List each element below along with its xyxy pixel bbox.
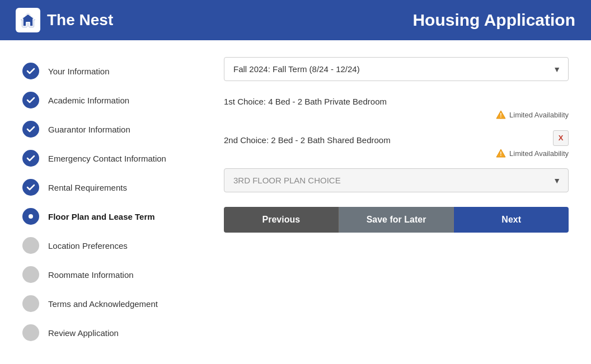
sidebar-label-emergency-contact: Emergency Contact Information	[48, 154, 166, 163]
sidebar-item-roommate-information[interactable]: Roommate Information	[22, 266, 201, 283]
second-choice-remove-button[interactable]: X	[553, 130, 569, 146]
sidebar-label-terms-acknowledgement: Terms and Acknowledgement	[48, 299, 158, 309]
first-choice-inner: 1st Choice: 4 Bed - 2 Bath Private Bedro…	[224, 91, 569, 107]
step-icon-guarantor-information	[22, 121, 39, 138]
sidebar-label-guarantor-information: Guarantor Information	[48, 125, 130, 134]
sidebar-item-academic-information[interactable]: Academic Information	[22, 92, 201, 108]
step-icon-location-preferences	[22, 237, 39, 254]
first-choice-availability: ! Limited Availability	[224, 110, 569, 120]
sidebar-label-academic-information: Academic Information	[48, 96, 129, 105]
second-choice-availability-text: Limited Availability	[509, 149, 569, 158]
third-choice-dropdown[interactable]: 3RD FLOOR PLAN CHOICE	[224, 168, 569, 192]
sidebar-item-rental-requirements[interactable]: Rental Requirements	[22, 179, 201, 196]
second-choice-inner: 2nd Choice: 2 Bed - 2 Bath Shared Bedroo…	[224, 130, 569, 146]
first-choice-label: 1st Choice: 4 Bed - 2 Bath Private Bedro…	[224, 91, 387, 107]
step-icon-floor-plan	[22, 208, 39, 225]
sidebar-label-roommate-information: Roommate Information	[48, 270, 134, 280]
svg-text:!: !	[500, 151, 501, 157]
site-title: The Nest	[47, 11, 113, 29]
svg-point-5	[29, 214, 33, 219]
term-dropdown-wrapper: Fall 2024: Fall Term (8/24 - 12/24) ▼	[224, 57, 569, 81]
sidebar-item-guarantor-information[interactable]: Guarantor Information	[22, 121, 201, 138]
step-icon-academic-information	[22, 92, 39, 108]
svg-text:!: !	[500, 112, 501, 119]
content-area: Fall 2024: Fall Term (8/24 - 12/24) ▼ 1s…	[201, 57, 569, 353]
sidebar-item-your-information[interactable]: Your Information	[22, 63, 201, 79]
first-choice-warning-icon: !	[496, 110, 506, 120]
sidebar-label-floor-plan: Floor Plan and Lease Term	[48, 212, 155, 221]
sidebar-item-location-preferences[interactable]: Location Preferences	[22, 237, 201, 254]
step-icon-terms-acknowledgement	[22, 295, 39, 312]
term-dropdown[interactable]: Fall 2024: Fall Term (8/24 - 12/24)	[224, 57, 569, 81]
sidebar: Your Information Academic Information Gu…	[22, 57, 201, 353]
save-for-later-button[interactable]: Save for Later	[339, 207, 454, 233]
sidebar-item-emergency-contact[interactable]: Emergency Contact Information	[22, 150, 201, 167]
step-icon-your-information	[22, 63, 39, 79]
button-row: Previous Save for Later Next	[224, 207, 569, 233]
sidebar-label-your-information: Your Information	[48, 67, 110, 76]
main-content: Your Information Academic Information Gu…	[0, 40, 591, 364]
step-icon-roommate-information	[22, 266, 39, 283]
sidebar-label-location-preferences: Location Preferences	[48, 241, 128, 250]
header: The Nest Housing Application	[0, 0, 591, 40]
step-icon-review-application	[22, 324, 39, 341]
logo-icon	[16, 8, 40, 32]
second-choice-availability: ! Limited Availability	[224, 148, 569, 158]
third-choice-dropdown-wrapper: 3RD FLOOR PLAN CHOICE ▼	[224, 168, 569, 192]
sidebar-item-terms-acknowledgement[interactable]: Terms and Acknowledgement	[22, 295, 201, 312]
app-title: Housing Application	[412, 11, 575, 30]
first-choice-row: 1st Choice: 4 Bed - 2 Bath Private Bedro…	[224, 91, 569, 120]
step-icon-rental-requirements	[22, 179, 39, 196]
sidebar-item-floor-plan[interactable]: Floor Plan and Lease Term	[22, 208, 201, 225]
step-icon-emergency-contact	[22, 150, 39, 167]
logo-area: The Nest	[16, 8, 113, 32]
second-choice-label: 2nd Choice: 2 Bed - 2 Bath Shared Bedroo…	[224, 130, 391, 146]
second-choice-warning-icon: !	[496, 148, 506, 158]
first-choice-availability-text: Limited Availability	[509, 111, 569, 119]
second-choice-row: 2nd Choice: 2 Bed - 2 Bath Shared Bedroo…	[224, 130, 569, 158]
sidebar-label-rental-requirements: Rental Requirements	[48, 183, 127, 192]
previous-button[interactable]: Previous	[224, 207, 339, 233]
next-button[interactable]: Next	[454, 207, 569, 233]
sidebar-label-review-application: Review Application	[48, 328, 119, 338]
sidebar-item-review-application[interactable]: Review Application	[22, 324, 201, 341]
